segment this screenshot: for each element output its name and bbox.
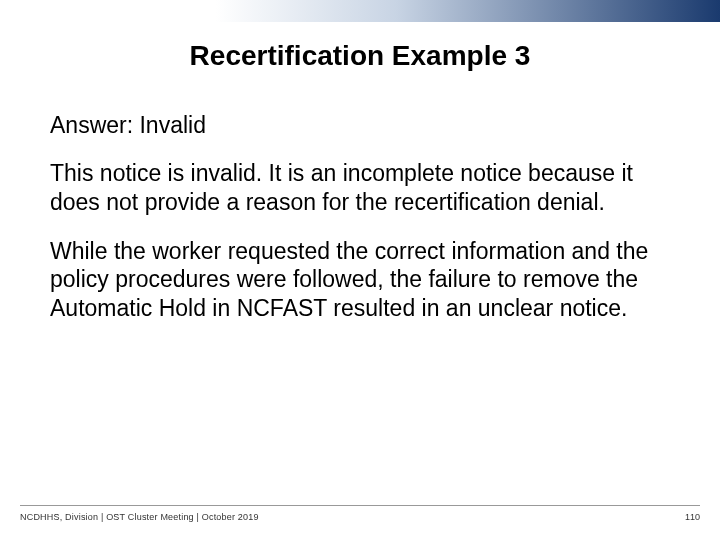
- header-gradient-bar: [0, 0, 720, 22]
- footer-row: NCDHHS, Division | OST Cluster Meeting |…: [20, 512, 700, 522]
- paragraph-1: This notice is invalid. It is an incompl…: [50, 159, 670, 217]
- footer-left-text: NCDHHS, Division | OST Cluster Meeting |…: [20, 512, 259, 522]
- page-number: 110: [685, 512, 700, 522]
- slide-content: Answer: Invalid This notice is invalid. …: [0, 112, 720, 323]
- slide-title: Recertification Example 3: [0, 40, 720, 72]
- paragraph-2: While the worker requested the correct i…: [50, 237, 670, 323]
- answer-line: Answer: Invalid: [50, 112, 670, 139]
- slide-footer: NCDHHS, Division | OST Cluster Meeting |…: [0, 505, 720, 522]
- footer-divider: [20, 505, 700, 506]
